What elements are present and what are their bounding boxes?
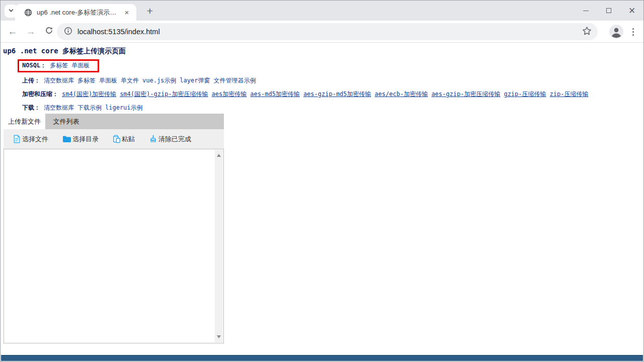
- minimize-button[interactable]: [574, 1, 597, 21]
- nav-link[interactable]: aes加密传输: [212, 90, 247, 98]
- nav-link[interactable]: aes/ecb-加密传输: [375, 90, 428, 98]
- globe-favicon-icon: [24, 9, 32, 17]
- nav-rows: NOSQL：多标签单面板上传：清空数据库多标签单面板单文件vue.js示例lay…: [18, 59, 643, 112]
- maximize-icon: [606, 8, 611, 13]
- bookmark-star-icon[interactable]: [582, 26, 592, 38]
- close-icon: ✕: [628, 7, 635, 15]
- panel-toolbar: 选择文件选择目录粘贴清除已完成: [4, 129, 224, 149]
- tab-close-icon[interactable]: ×: [122, 8, 131, 17]
- chevron-down-icon: [8, 7, 14, 16]
- nav-link[interactable]: sm4(国密)加密传输: [62, 90, 116, 98]
- menu-kebab-icon[interactable]: [628, 25, 637, 38]
- nav-row: 加密和压缩：sm4(国密)加密传输sm4(国密)-gzip-加密压缩传输aes加…: [18, 90, 643, 98]
- nav-link[interactable]: 清空数据库: [44, 104, 74, 111]
- toolbar-button[interactable]: 选择文件: [13, 135, 48, 144]
- minimize-icon: [583, 11, 589, 11]
- nav-link[interactable]: 下载示例: [77, 104, 102, 111]
- file-list-area: [4, 149, 224, 343]
- nav-link[interactable]: aes-gzip-md5加密传输: [303, 90, 371, 98]
- clean-icon: [149, 135, 157, 143]
- page-title: up6 .net core 多标签上传演示页面: [1, 43, 643, 56]
- window-controls: ✕: [574, 1, 643, 21]
- footer-bar: [1, 355, 643, 361]
- toolbar-button-label: 粘贴: [122, 135, 135, 144]
- page-content: up6 .net core 多标签上传演示页面 NOSQL：多标签单面板上传：清…: [1, 43, 643, 361]
- toolbar-button-label: 选择目录: [72, 135, 99, 144]
- nav-link[interactable]: 文件管理器示例: [213, 77, 256, 84]
- panel-tab[interactable]: 文件列表: [45, 114, 87, 129]
- nav-link[interactable]: ligerui示例: [105, 104, 143, 111]
- folder-icon: [62, 135, 71, 143]
- upload-panel: 上传新文件文件列表 选择文件选择目录粘贴清除已完成: [4, 114, 224, 343]
- close-button[interactable]: ✕: [620, 1, 643, 21]
- forward-button[interactable]: →: [25, 26, 37, 38]
- nav-link[interactable]: 多标签: [77, 77, 96, 84]
- tab-strip: up6 .net core-多标签演示页面 × + ✕: [1, 1, 643, 21]
- nav-row-label: NOSQL：: [22, 62, 46, 69]
- nav-link[interactable]: 多标签: [50, 62, 68, 69]
- nav-row: 上传：清空数据库多标签单面板单文件vue.js示例layer弹窗文件管理器示例: [18, 77, 643, 84]
- toolbar-button[interactable]: 选择目录: [62, 135, 99, 144]
- toolbar-button-label: 清除已完成: [158, 135, 191, 144]
- panel-tabs: 上传新文件文件列表: [4, 114, 224, 129]
- nav-link[interactable]: 清空数据库: [44, 77, 74, 84]
- back-button[interactable]: ←: [7, 26, 19, 38]
- nav-link[interactable]: aes-md5加密传输: [250, 90, 300, 98]
- tab-title: up6 .net core-多标签演示页面: [37, 8, 122, 17]
- address-bar[interactable]: localhost:5135/index.html: [57, 23, 598, 40]
- browser-navbar: ← → localhost:5135/index.html: [1, 21, 643, 43]
- nav-link[interactable]: sm4(国密)-gzip-加密压缩传输: [120, 90, 208, 98]
- nav-row-inner: 加密和压缩：sm4(国密)加密传输sm4(国密)-gzip-加密压缩传输aes加…: [18, 90, 592, 98]
- nav-row-inner: NOSQL：多标签单面板: [18, 59, 99, 72]
- url-text[interactable]: localhost:5135/index.html: [77, 28, 582, 36]
- scroll-down-icon[interactable]: [217, 335, 221, 338]
- nav-row-label: 下载：: [22, 104, 40, 111]
- nav-link[interactable]: zip-压缩传输: [550, 90, 589, 98]
- nav-link[interactable]: gzip-压缩传输: [504, 90, 546, 98]
- nav-row: 下载：清空数据库下载示例ligerui示例: [18, 104, 643, 112]
- nav-link[interactable]: 单面板: [99, 77, 117, 84]
- nav-link[interactable]: layer弹窗: [180, 77, 210, 84]
- nav-link[interactable]: 单文件: [121, 77, 139, 84]
- profile-avatar[interactable]: [609, 25, 623, 39]
- scrollbar[interactable]: [215, 150, 223, 342]
- info-icon[interactable]: [64, 27, 72, 37]
- nav-link[interactable]: aes-gzip-加密压缩传输: [431, 90, 500, 98]
- panel-tab[interactable]: 上传新文件: [4, 114, 45, 129]
- reload-icon: [45, 26, 53, 37]
- file-icon: [13, 135, 21, 143]
- nav-row-inner: 上传：清空数据库多标签单面板单文件vue.js示例layer弹窗文件管理器示例: [18, 77, 259, 84]
- browser-window: up6 .net core-多标签演示页面 × + ✕ ← → localhos…: [0, 0, 644, 362]
- scroll-up-icon[interactable]: [217, 154, 221, 157]
- toolbar-button-label: 选择文件: [22, 135, 48, 144]
- nav-row-label: 上传：: [22, 77, 40, 84]
- nav-row-inner: 下载：清空数据库下载示例ligerui示例: [18, 104, 146, 112]
- nav-link[interactable]: 单面板: [71, 62, 90, 69]
- browser-tab[interactable]: up6 .net core-多标签演示页面 ×: [15, 4, 136, 21]
- new-tab-button[interactable]: +: [143, 5, 156, 18]
- nav-row: NOSQL：多标签单面板: [18, 59, 643, 72]
- toolbar-button[interactable]: 粘贴: [113, 135, 135, 144]
- nav-row-label: 加密和压缩：: [22, 90, 58, 98]
- reload-button[interactable]: [43, 26, 55, 38]
- paste-icon: [113, 135, 121, 143]
- maximize-button[interactable]: [597, 1, 620, 21]
- nav-link[interactable]: vue.js示例: [142, 77, 176, 84]
- toolbar-button[interactable]: 清除已完成: [149, 135, 191, 144]
